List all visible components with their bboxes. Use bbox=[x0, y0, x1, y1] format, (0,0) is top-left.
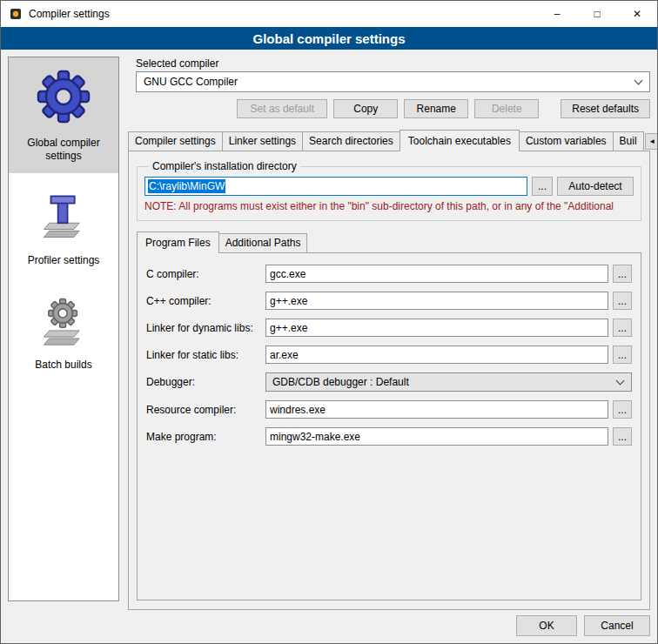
global-compiler-gear-icon bbox=[36, 69, 91, 128]
debugger-row: Debugger: GDB/CDB debugger : Default bbox=[146, 372, 632, 392]
c-compiler-input[interactable] bbox=[265, 265, 608, 283]
installation-directory-label: Compiler's installation directory bbox=[149, 160, 300, 172]
main-panel: Selected compiler GNU GCC Compiler Set a… bbox=[128, 56, 650, 610]
cpp-compiler-input[interactable] bbox=[265, 292, 608, 310]
resource-compiler-row: Resource compiler: ... bbox=[146, 400, 632, 419]
sidebar-item-profiler-settings[interactable]: Profiler settings bbox=[9, 180, 118, 278]
ok-button[interactable]: OK bbox=[516, 615, 577, 636]
autodetect-button[interactable]: Auto-detect bbox=[557, 177, 634, 196]
minimize-button[interactable]: – bbox=[537, 1, 577, 27]
sidebar-item-batch-builds[interactable]: Batch builds bbox=[9, 285, 118, 382]
static-linker-input[interactable] bbox=[265, 345, 608, 364]
chevron-down-icon bbox=[634, 77, 643, 85]
resource-compiler-label: Resource compiler: bbox=[146, 404, 261, 416]
tab-toolchain-executables[interactable]: Toolchain executables bbox=[400, 130, 520, 151]
rename-button[interactable]: Rename bbox=[404, 99, 468, 118]
titlebar[interactable]: Compiler settings – □ ✕ bbox=[1, 1, 657, 27]
sidebar-item-global-compiler-settings[interactable]: Global compiler settings bbox=[9, 57, 118, 173]
make-program-input[interactable] bbox=[265, 427, 608, 446]
tab-scroll-left-button[interactable]: ◄ bbox=[645, 133, 658, 150]
install-dir-input[interactable]: C:\raylib\MinGW bbox=[144, 177, 527, 196]
c-compiler-browse-button[interactable]: ... bbox=[613, 265, 632, 283]
dynamic-linker-row: Linker for dynamic libs: ... bbox=[146, 319, 632, 337]
page-title: Global compiler settings bbox=[1, 27, 657, 50]
sidebar-item-label: Batch builds bbox=[35, 359, 91, 372]
executables-sub-tab-strip: Program Files Additional Paths bbox=[137, 231, 641, 252]
selected-compiler-label: Selected compiler bbox=[136, 56, 650, 71]
tab-search-directories[interactable]: Search directories bbox=[302, 131, 400, 151]
static-linker-label: Linker for static libs: bbox=[146, 349, 261, 361]
profiler-tool-icon bbox=[38, 191, 89, 245]
sidebar-item-label: Profiler settings bbox=[28, 254, 100, 267]
installation-directory-groupbox: Compiler's installation directory C:\ray… bbox=[137, 160, 641, 221]
batch-builds-gear-icon bbox=[38, 296, 89, 350]
toolchain-executables-panel: Compiler's installation directory C:\ray… bbox=[128, 151, 650, 610]
delete-button: Delete bbox=[474, 99, 539, 118]
c-compiler-row: C compiler: ... bbox=[146, 265, 632, 283]
tab-custom-variables[interactable]: Custom variables bbox=[519, 131, 614, 151]
sidebar-item-label: Global compiler settings bbox=[12, 137, 115, 163]
install-dir-browse-button[interactable]: ... bbox=[532, 177, 553, 196]
selected-compiler-value: GNU GCC Compiler bbox=[144, 76, 238, 88]
reset-defaults-button[interactable]: Reset defaults bbox=[561, 99, 650, 118]
program-files-panel: C compiler: ... C++ compiler: ... Linker… bbox=[137, 252, 641, 600]
c-compiler-label: C compiler: bbox=[146, 268, 261, 280]
cpp-compiler-row: C++ compiler: ... bbox=[146, 292, 632, 310]
make-program-browse-button[interactable]: ... bbox=[613, 427, 632, 446]
tab-linker-settings[interactable]: Linker settings bbox=[222, 131, 303, 151]
subtab-program-files[interactable]: Program Files bbox=[137, 231, 219, 253]
dynamic-linker-browse-button[interactable]: ... bbox=[613, 319, 632, 337]
set-as-default-button: Set as default bbox=[237, 99, 327, 118]
resource-compiler-browse-button[interactable]: ... bbox=[613, 400, 632, 419]
app-icon bbox=[9, 7, 23, 21]
cpp-compiler-browse-button[interactable]: ... bbox=[613, 292, 632, 310]
dynamic-linker-input[interactable] bbox=[265, 319, 608, 337]
static-linker-row: Linker for static libs: ... bbox=[146, 345, 632, 364]
debugger-label: Debugger: bbox=[146, 376, 261, 388]
cpp-compiler-label: C++ compiler: bbox=[146, 295, 261, 307]
settings-category-list: Global compiler settings Profiler settin… bbox=[8, 57, 119, 601]
resource-compiler-input[interactable] bbox=[265, 400, 608, 419]
compiler-settings-dialog: Compiler settings – □ ✕ Global compiler … bbox=[0, 0, 658, 644]
bin-subdirectory-note: NOTE: All programs must exist either in … bbox=[144, 200, 634, 212]
dynamic-linker-label: Linker for dynamic libs: bbox=[146, 322, 261, 334]
make-program-row: Make program: ... bbox=[146, 427, 632, 446]
close-button[interactable]: ✕ bbox=[617, 1, 657, 27]
maximize-button[interactable]: □ bbox=[577, 1, 617, 27]
compiler-tab-strip: Compiler settings Linker settings Search… bbox=[128, 130, 650, 151]
install-dir-selected-text: C:\raylib\MinGW bbox=[148, 179, 225, 193]
cancel-button[interactable]: Cancel bbox=[584, 615, 650, 636]
static-linker-browse-button[interactable]: ... bbox=[613, 345, 632, 364]
copy-button[interactable]: Copy bbox=[333, 99, 398, 118]
tab-compiler-settings[interactable]: Compiler settings bbox=[128, 131, 223, 151]
tab-build-options-truncated[interactable]: Buil bbox=[613, 131, 644, 151]
debugger-dropdown[interactable]: GDB/CDB debugger : Default bbox=[265, 372, 632, 392]
subtab-additional-paths[interactable]: Additional Paths bbox=[218, 233, 308, 252]
selected-compiler-dropdown[interactable]: GNU GCC Compiler bbox=[136, 71, 650, 92]
debugger-value: GDB/CDB debugger : Default bbox=[272, 376, 409, 388]
chevron-down-icon bbox=[616, 377, 625, 386]
make-program-label: Make program: bbox=[146, 431, 261, 443]
window-title: Compiler settings bbox=[29, 8, 110, 20]
